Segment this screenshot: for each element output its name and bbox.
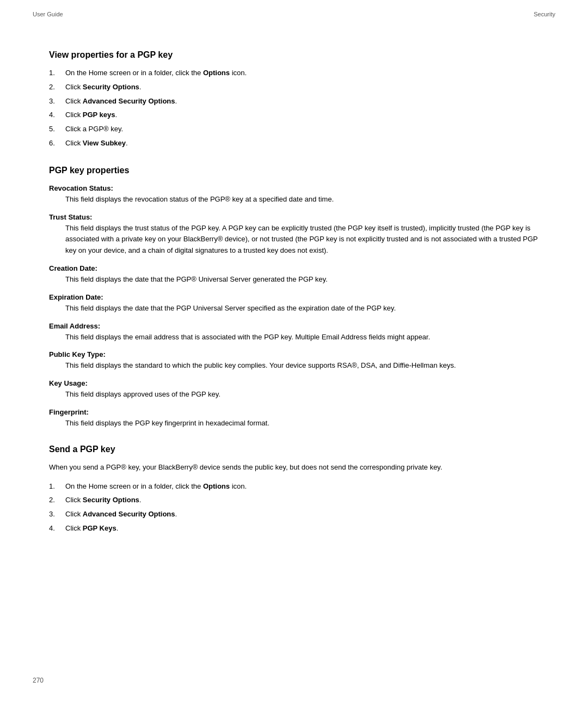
property-label: Email Address: — [49, 322, 539, 330]
property-item: Email Address:This field displays the em… — [49, 322, 539, 343]
properties-list: Revocation Status:This field displays th… — [49, 184, 539, 429]
list-number: 5. — [49, 124, 65, 135]
list-content: Click PGP Keys. — [65, 523, 539, 534]
property-description: This field displays the email address th… — [49, 332, 539, 343]
list-item: 6.Click View Subkey. — [49, 138, 539, 149]
list-item: 2.Click Security Options. — [49, 495, 539, 506]
property-description: This field displays the date that the PG… — [49, 303, 539, 314]
page-number: 270 — [33, 677, 44, 684]
list-content: Click View Subkey. — [65, 138, 539, 149]
property-label: Public Key Type: — [49, 350, 539, 358]
property-label: Trust Status: — [49, 213, 539, 221]
property-description: This field displays the date that the PG… — [49, 274, 539, 285]
property-description: This field displays the trust status of … — [49, 223, 539, 257]
property-item: Key Usage:This field displays approved u… — [49, 379, 539, 400]
list-content: Click Security Options. — [65, 82, 539, 93]
page-header: User Guide Security — [33, 11, 555, 17]
view-properties-list: 1.On the Home screen or in a folder, cli… — [49, 68, 539, 149]
list-number: 1. — [49, 68, 65, 79]
list-number: 3. — [49, 509, 65, 520]
list-item: 3.Click Advanced Security Options. — [49, 509, 539, 520]
list-number: 1. — [49, 481, 65, 492]
list-item: 3.Click Advanced Security Options. — [49, 96, 539, 107]
list-number: 6. — [49, 138, 65, 149]
list-item: 2.Click Security Options. — [49, 82, 539, 93]
property-label: Expiration Date: — [49, 293, 539, 301]
list-content: Click a PGP® key. — [65, 124, 539, 135]
list-item: 1.On the Home screen or in a folder, cli… — [49, 481, 539, 492]
property-label: Fingerprint: — [49, 408, 539, 416]
page-content: View properties for a PGP key 1.On the H… — [33, 50, 555, 534]
list-item: 5.Click a PGP® key. — [49, 124, 539, 135]
property-item: Expiration Date:This field displays the … — [49, 293, 539, 314]
list-content: On the Home screen or in a folder, click… — [65, 68, 539, 79]
list-content: Click Security Options. — [65, 495, 539, 506]
list-number: 4. — [49, 109, 65, 121]
list-number: 4. — [49, 523, 65, 534]
pgp-key-properties-title: PGP key properties — [49, 166, 539, 175]
property-item: Revocation Status:This field displays th… — [49, 184, 539, 205]
list-number: 3. — [49, 96, 65, 107]
send-pgp-key-title: Send a PGP key — [49, 445, 539, 454]
property-item: Public Key Type:This field displays the … — [49, 350, 539, 372]
view-properties-title: View properties for a PGP key — [49, 50, 539, 60]
list-item: 4.Click PGP keys. — [49, 109, 539, 121]
property-item: Creation Date:This field displays the da… — [49, 264, 539, 285]
list-item: 1.On the Home screen or in a folder, cli… — [49, 68, 539, 79]
property-item: Trust Status:This field displays the tru… — [49, 213, 539, 257]
property-description: This field displays approved uses of the… — [49, 389, 539, 400]
property-description: This field displays the PGP key fingerpr… — [49, 418, 539, 429]
list-content: On the Home screen or in a folder, click… — [65, 481, 539, 492]
view-properties-section: View properties for a PGP key 1.On the H… — [49, 50, 539, 149]
page-container: User Guide Security View properties for … — [0, 0, 588, 706]
list-item: 4.Click PGP Keys. — [49, 523, 539, 534]
page-footer: 270 — [33, 677, 44, 684]
property-label: Key Usage: — [49, 379, 539, 387]
send-pgp-key-list: 1.On the Home screen or in a folder, cli… — [49, 481, 539, 534]
header-right: Security — [534, 11, 555, 17]
property-description: This field displays the standard to whic… — [49, 360, 539, 372]
property-description: This field displays the revocation statu… — [49, 194, 539, 205]
list-number: 2. — [49, 495, 65, 506]
property-label: Revocation Status: — [49, 184, 539, 192]
send-pgp-key-intro: When you send a PGP® key, your BlackBerr… — [49, 462, 539, 473]
list-content: Click Advanced Security Options. — [65, 96, 539, 107]
header-left: User Guide — [33, 11, 63, 17]
list-content: Click Advanced Security Options. — [65, 509, 539, 520]
property-label: Creation Date: — [49, 264, 539, 272]
pgp-key-properties-section: PGP key properties Revocation Status:Thi… — [49, 166, 539, 429]
list-number: 2. — [49, 82, 65, 93]
send-pgp-key-section: Send a PGP key When you send a PGP® key,… — [49, 445, 539, 534]
property-item: Fingerprint:This field displays the PGP … — [49, 408, 539, 429]
list-content: Click PGP keys. — [65, 109, 539, 121]
